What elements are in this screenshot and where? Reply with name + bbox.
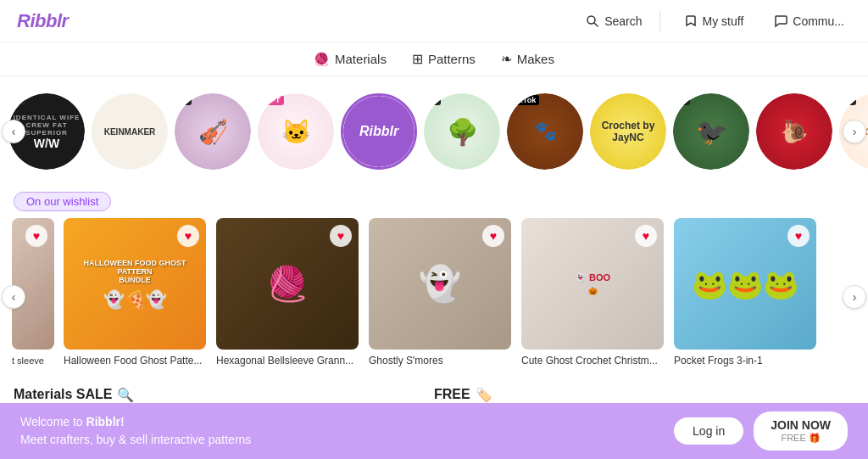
join-label: JOIN NOW [771,418,831,433]
welcome-prefix: Welcome to [20,415,86,428]
heart-button[interactable]: ♥ [25,225,47,247]
product-title: Halloween Food Ghost Patte... [64,355,206,368]
ig-badge: IG [675,95,690,105]
creators-wrapper: ‹ IDENTICAL WIFE CREW FAT SUPERIOR W/W I… [0,76,868,187]
product-card[interactable]: 🧶 ♥ Hexagonal Bellsleeve Grann... [211,218,364,377]
materials-icon: 🧶 [314,52,330,67]
makes-label: Makes [517,52,554,66]
heart-button[interactable]: ♥ [635,225,657,247]
patterns-label: Patterns [428,52,476,66]
product-title: t sleeve [12,355,53,367]
products-next-arrow[interactable]: › [843,285,866,309]
bookmark-icon [684,14,698,28]
creator-circle-ribblr[interactable]: Ribblr [341,93,417,170]
creator-circle[interactable]: 🌳 IG [424,93,500,170]
footer-text: Welcome to Ribblr! Meet crafters, buy & … [20,413,251,449]
product-card[interactable]: 👻 ♥ Ghostly S'mores [364,218,516,377]
footer-subtitle: Meet crafters, buy & sell interactive pa… [20,433,251,446]
patterns-icon: ⊞ [412,51,423,67]
creators-next-arrow[interactable]: › [843,120,866,143]
ig-badge: IG [10,95,25,105]
wishlist-section-header: On our wishlist [0,187,868,218]
products-prev-arrow[interactable]: ‹ [2,285,25,309]
creator-circle[interactable]: 🐾 TikTok [507,93,583,170]
free-title: FREE 🏷️ [434,387,854,403]
creator-circle[interactable]: 🐌 [756,93,832,170]
brand-name: Ribblr! [86,415,125,428]
logo[interactable]: Ribblr [17,10,69,32]
subnav: 🧶 Materials ⊞ Patterns ❧ Makes [0,42,868,76]
creators-prev-arrow[interactable]: ‹ [2,120,25,143]
heart-button[interactable]: ♥ [177,225,199,247]
gift-badge: GIFT [259,95,284,105]
header-nav: Search My stuff Commu... [579,11,851,31]
product-title: Cute Ghost Crochet Christm... [521,355,664,368]
product-card[interactable]: 👻 BOO 🎃 ♥ Cute Ghost Crochet Christm... [516,218,669,377]
search-icon: 🔍 [117,387,134,403]
product-title: Ghostly S'mores [369,355,511,368]
materials-label: Materials [335,52,387,66]
search-nav-item[interactable]: Search [579,11,659,31]
product-title: Pocket Frogs 3-in-1 [674,355,816,368]
mystuff-nav-item[interactable]: My stuff [677,11,751,31]
creators-row: IDENTICAL WIFE CREW FAT SUPERIOR W/W IG … [0,85,868,178]
creator-circle[interactable]: 🎻 IG [175,93,251,170]
ig-badge: IG [841,95,856,105]
footer-actions: Log in JOIN NOW FREE 🎁 [674,411,848,451]
heart-button[interactable]: ♥ [330,225,352,247]
ig-badge: IG [426,95,441,105]
search-icon [586,14,599,28]
login-button[interactable]: Log in [674,417,743,445]
makes-icon: ❧ [501,51,512,67]
heart-button[interactable]: ♥ [482,225,504,247]
search-label: Search [604,14,642,28]
heart-button[interactable]: ♥ [787,225,810,247]
header: Ribblr Search My stuff Commu... [0,0,868,42]
footer-banner: Welcome to Ribblr! Meet crafters, buy & … [0,403,868,459]
community-label: Commu... [793,14,844,28]
ig-badge: IG [176,95,192,105]
product-title: Hexagonal Bellsleeve Grann... [216,355,359,368]
tiktok-badge: TikTok [509,95,539,105]
product-card[interactable]: HALLOWEEN FOOD GHOSTPATTERNBUNDLE 👻🍕👻 ♥ … [58,218,211,377]
chat-icon [774,14,787,28]
join-sublabel: FREE 🎁 [781,433,820,444]
product-card[interactable]: 🐸🐸🐸 ♥ Pocket Frogs 3-in-1 [669,218,821,377]
tag-icon: 🏷️ [476,387,492,403]
creator-circle[interactable]: 🐦‍⬛ IG [673,93,749,170]
subnav-materials[interactable]: 🧶 Materials [314,52,387,67]
subnav-makes[interactable]: ❧ Makes [501,51,554,67]
mystuff-label: My stuff [703,14,744,28]
creator-circle[interactable]: KEINMAKER [92,93,168,170]
creator-circle[interactable]: 🐱 GIFT [258,93,334,170]
community-nav-item[interactable]: Commu... [767,11,851,31]
materials-title: Materials SALE 🔍 [14,387,434,403]
creator-circle[interactable]: Crochet by JayNC [590,93,666,170]
products-row: ♥ t sleeve HALLOWEEN FOOD GHOSTPATTERNBU… [5,218,863,377]
subnav-patterns[interactable]: ⊞ Patterns [412,51,476,67]
svg-line-1 [594,23,598,26]
products-wrapper: ‹ ♥ t sleeve HALLOWEEN FOOD GHOSTPATTERN… [0,218,868,377]
wishlist-badge: On our wishlist [14,192,111,211]
join-button[interactable]: JOIN NOW FREE 🎁 [754,411,848,451]
